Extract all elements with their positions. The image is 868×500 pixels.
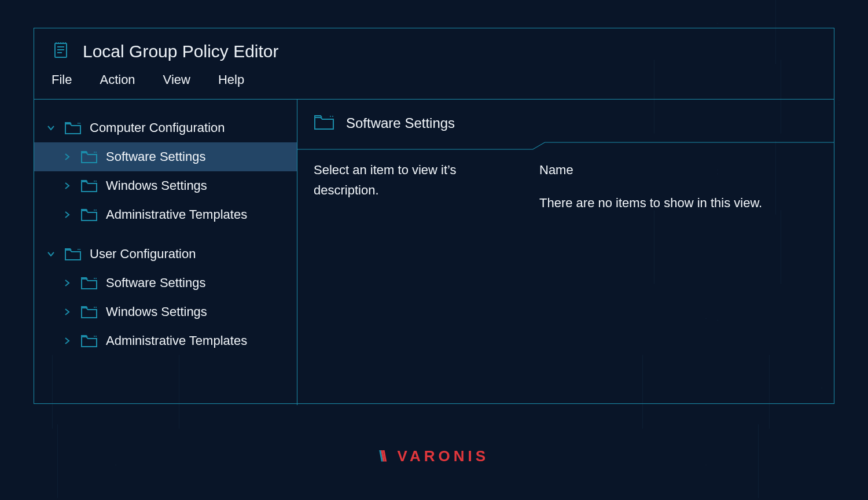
folder-icon [64, 120, 82, 135]
panel-title: Software Settings [346, 115, 455, 131]
svg-point-7 [62, 42, 64, 43]
svg-point-5 [58, 42, 59, 43]
brand-logo: \\\ VARONIS [379, 447, 489, 465]
tree-node-label: Windows Settings [106, 178, 207, 193]
tree-node-label: Windows Settings [106, 304, 207, 319]
menu-view[interactable]: View [163, 72, 190, 87]
svg-point-21 [94, 307, 95, 308]
svg-point-19 [94, 278, 95, 279]
tree-node-windows-settings-user[interactable]: Windows Settings [34, 297, 297, 326]
tree-node-label: Administrative Templates [106, 207, 247, 222]
svg-point-23 [94, 336, 95, 337]
column-header-name: Name [539, 160, 818, 180]
chevron-down-icon [46, 124, 56, 132]
description-column: Select an item to view it’s description. [314, 160, 516, 213]
chevron-right-icon [62, 337, 72, 345]
description-text: Select an item to view it’s description. [314, 160, 516, 200]
chevron-right-icon [62, 308, 72, 316]
brand-icon: \\\ [379, 447, 391, 465]
svg-point-4 [56, 42, 57, 43]
menu-help[interactable]: Help [218, 72, 244, 87]
chevron-right-icon [62, 182, 72, 190]
svg-point-15 [94, 209, 95, 211]
empty-list-message: There are no items to show in this view. [539, 193, 818, 213]
folder-icon [80, 207, 98, 222]
svg-point-25 [330, 116, 331, 117]
folder-icon [80, 304, 98, 319]
tree-node-label: Software Settings [106, 275, 205, 291]
tree-node-label: User Configuration [90, 247, 196, 262]
svg-point-12 [95, 152, 97, 153]
tree-node-label: Computer Configuration [90, 120, 225, 135]
svg-point-13 [94, 181, 95, 182]
tree-panel: Computer Configuration Software Settings [34, 100, 297, 405]
brand-name: VARONIS [398, 447, 490, 465]
folder-icon [64, 247, 82, 262]
chevron-right-icon [62, 279, 72, 287]
svg-point-17 [78, 249, 79, 250]
svg-point-26 [332, 116, 333, 117]
tree-node-software-settings-user[interactable]: Software Settings [34, 269, 297, 297]
svg-point-8 [65, 42, 66, 43]
panel-body: Select an item to view it’s description.… [314, 160, 818, 213]
panel-header: Software Settings [314, 113, 818, 145]
tree-node-admin-templates-computer[interactable]: Administrative Templates [34, 200, 297, 229]
svg-point-18 [79, 249, 80, 250]
svg-point-9 [78, 123, 79, 124]
svg-point-14 [95, 181, 97, 182]
tree-node-user-configuration[interactable]: User Configuration [34, 240, 297, 269]
svg-point-10 [79, 123, 80, 124]
panel-divider [297, 141, 834, 142]
tree-node-label: Software Settings [106, 149, 205, 164]
svg-point-6 [60, 42, 61, 43]
tree-node-computer-configuration[interactable]: Computer Configuration [34, 113, 297, 142]
chevron-right-icon [62, 211, 72, 219]
menu-bar: File Action View Help [34, 69, 834, 100]
svg-point-20 [95, 278, 97, 279]
folder-icon [80, 275, 98, 291]
tree-node-software-settings-computer[interactable]: Software Settings [34, 142, 297, 171]
chevron-right-icon [62, 153, 72, 161]
tree-node-label: Administrative Templates [106, 333, 247, 348]
app-icon [52, 41, 70, 62]
menu-action[interactable]: Action [100, 72, 135, 87]
content-panel: Software Settings Select an item to view… [297, 100, 834, 405]
chevron-down-icon [46, 250, 56, 258]
svg-point-22 [95, 307, 97, 308]
svg-point-24 [95, 336, 97, 337]
folder-icon [80, 149, 98, 164]
svg-point-11 [94, 152, 95, 153]
folder-icon [314, 113, 334, 133]
window-body: Computer Configuration Software Settings [34, 100, 834, 405]
svg-point-16 [95, 209, 97, 211]
menu-file[interactable]: File [52, 72, 72, 87]
app-title: Local Group Policy Editor [83, 42, 279, 61]
title-bar: Local Group Policy Editor [34, 28, 834, 69]
tree-node-admin-templates-user[interactable]: Administrative Templates [34, 326, 297, 355]
application-window: Local Group Policy Editor File Action Vi… [34, 28, 834, 404]
folder-icon [80, 178, 98, 193]
folder-icon [80, 333, 98, 348]
tree-node-windows-settings-computer[interactable]: Windows Settings [34, 171, 297, 200]
list-column: Name There are no items to show in this … [539, 160, 818, 213]
